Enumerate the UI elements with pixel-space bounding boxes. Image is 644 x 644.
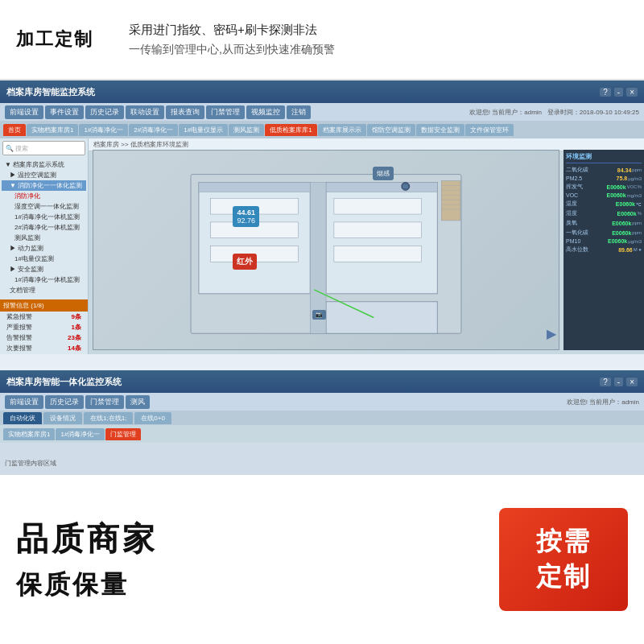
tree-item-dis1[interactable]: 1#消毒净化一体机监测 [2, 212, 86, 222]
env-water-value: 89.66 [609, 247, 633, 253]
ui-close-btn-bottom[interactable]: × [626, 378, 638, 386]
sensor-ir-text: 红外 [237, 257, 253, 266]
tree-item-humid[interactable]: 湿度空调一一体化监测 [2, 201, 86, 212]
tree-item-fire[interactable]: 消防净化 [2, 191, 86, 201]
env-co2-row: 二氧化碳 84.34 ppm [566, 166, 642, 174]
bottom-tab-device[interactable]: 设备情况 [43, 412, 82, 424]
bottom-ctab-archive[interactable]: 实物档案库房1 [3, 428, 55, 440]
ui-content-top: 🔍 搜索 ▼ 档案库房监示系统 ▶ 温控空调监测 ▼ 消防净化一一体化监测 消防… [0, 138, 644, 354]
tab-datasec[interactable]: 数据安全监测 [416, 124, 464, 136]
svg-rect-5 [326, 302, 437, 334]
nav-user-info: 欢迎您! 当前用户：admin 登录时间：2018-09-10 10:49:25 [469, 108, 639, 117]
env-pm25-value: 75.8 [603, 175, 627, 181]
alarm-warning-count: 23条 [68, 333, 81, 342]
tab-home[interactable]: 首页 [3, 124, 26, 136]
env-voc1-unit: VOC% [627, 184, 642, 189]
env-temp-label: 温度 [566, 200, 611, 208]
top-banner-left: 加工定制 [16, 27, 113, 52]
env-humid-label: 湿度 [566, 209, 613, 217]
bottom-tab-online1[interactable]: 在线1;在线1; [84, 412, 133, 424]
env-temp-unit: ℃ [636, 201, 642, 207]
ui-minimize-btn[interactable]: - [614, 88, 623, 97]
env-co-label: 一氧化碳 [566, 229, 607, 237]
bottom-nav-history[interactable]: 历史记录 [45, 395, 84, 409]
tree-item-secmon[interactable]: 1#消毒净化一体机监测 [2, 275, 86, 285]
svg-rect-4 [326, 183, 437, 192]
bottom-nav-wind[interactable]: 测风 [126, 395, 150, 409]
bottom-banner: 品质商家 保质保量 按需 定制 [0, 475, 644, 644]
top-banner: 加工定制 采用进门指纹、密码+刷卡探测非法 一传输到管理中心,从而达到快速准确预… [0, 0, 644, 80]
scroll-arrow-right[interactable]: ▶ [547, 326, 556, 341]
env-pm10-unit: μg/m3 [628, 239, 642, 244]
env-water-label: 高水位数 [566, 246, 609, 254]
nav-item-event[interactable]: 事件设置 [45, 105, 84, 119]
env-temp-row: 温度 E0060k ℃ [566, 200, 642, 208]
env-co2-value: 84.34 [607, 167, 631, 173]
badge-line1: 按需 [523, 524, 604, 559]
nav-item-linkage[interactable]: 联动设置 [126, 105, 164, 119]
camera-icon-bottom: 📷 [312, 310, 326, 320]
tab-archive1[interactable]: 实物档案库房1 [27, 124, 78, 136]
bottom-nav-door[interactable]: 门禁管理 [85, 395, 124, 409]
env-pm25-label: PM2.5 [566, 175, 603, 181]
sensor-smoke-text: 烟感 [377, 170, 390, 177]
env-ozone-value: E0060k [607, 221, 631, 226]
sensor-ir: 红外 [233, 254, 257, 270]
tree-item-dis2[interactable]: 2#消毒净化一体机监测 [2, 222, 86, 233]
ui-close-btn[interactable]: × [626, 88, 638, 97]
env-humid-unit: % [638, 211, 642, 216]
nav-item-logout[interactable]: 注销 [287, 105, 311, 119]
env-humid-value: E0060k [613, 211, 637, 217]
tab-ac[interactable]: 馆防空调监测 [367, 124, 415, 136]
nav-item-report[interactable]: 报表查询 [166, 105, 204, 119]
tab-fileroom[interactable]: 文件保管室环 [465, 124, 514, 136]
env-water-unit: M ● [634, 247, 642, 252]
nav-item-history[interactable]: 历史记录 [85, 105, 124, 119]
tab-elec[interactable]: 1#电量仪显示 [179, 124, 228, 136]
env-pm25-unit: μg/m3 [628, 176, 642, 181]
tree-item-power[interactable]: ▶ 动力监测 [2, 243, 86, 254]
ui-help-btn[interactable]: ? [600, 88, 611, 97]
env-pm10-value: E0060k [603, 238, 627, 244]
tree-item-windmon[interactable]: 测风监测 [2, 233, 86, 243]
badge-line2: 定制 [523, 559, 604, 595]
ui-topnav-bottom: 前端设置 历史记录 门禁管理 测风 欢迎您! 当前用户：admin [0, 393, 644, 411]
tree-item-ac[interactable]: ▶ 温控空调监测 [2, 170, 86, 180]
bottom-ctab-disinfect[interactable]: 1#消毒净化一 [56, 428, 105, 440]
bottom-tab-auto[interactable]: 自动化状 [3, 412, 42, 424]
ui-minimize-btn-bottom[interactable]: - [614, 378, 623, 386]
tree-item-filemgmt[interactable]: 文档管理 [2, 285, 86, 295]
tab-disinfect2[interactable]: 2#消毒净化一 [129, 124, 178, 136]
bottom-nav-user: 欢迎您! 当前用户：admin [567, 398, 639, 407]
alarm-minor-count: 14条 [68, 344, 81, 353]
tab-wind[interactable]: 测风监测 [229, 124, 264, 136]
tree-item-root[interactable]: ▼ 档案库房监示系统 [2, 159, 86, 170]
nav-item-front[interactable]: 前端设置 [5, 105, 43, 119]
alarm-urgent-count: 9条 [72, 312, 81, 321]
tab-archivedisp[interactable]: 档案库展示示 [318, 124, 366, 136]
env-voc1-label: 挥发气 [566, 183, 602, 191]
tree-item-elecmon[interactable]: 1#电量仪监测 [2, 254, 86, 264]
top-banner-text1: 采用进门指纹、密码+刷卡探测非法 [129, 23, 628, 38]
bottom-nav-front[interactable]: 前端设置 [5, 395, 43, 409]
env-co-row: 一氧化碳 E0060k ppm [566, 229, 642, 237]
bottom-ctab-door[interactable]: 门监管理 [105, 428, 141, 440]
bottom-banner-main-text: 品质商家 [16, 517, 499, 561]
svg-rect-7 [441, 181, 460, 221]
top-banner-title: 加工定制 [16, 27, 113, 52]
tab-disinfect1[interactable]: 1#消毒净化一 [79, 124, 128, 136]
nav-item-video[interactable]: 视频监控 [246, 105, 285, 119]
env-voc1-value: E0060k [602, 184, 626, 190]
ui-help-btn-bottom[interactable]: ? [600, 378, 611, 386]
alarm-row-minor: 次要报警 14条 [0, 343, 88, 353]
alarm-severe-label: 严重报警 [6, 323, 32, 332]
ui-panel-bottom: 档案库房智能一体化监控系统 ? - × 前端设置 历史记录 门禁管理 测风 欢迎… [0, 370, 644, 475]
sidebar-search[interactable]: 🔍 搜索 [2, 141, 85, 155]
tree-item-disinfect[interactable]: ▼ 消防净化一一体化监测 [2, 180, 86, 191]
tab-lowquality[interactable]: 低质检案库库1 [265, 124, 316, 136]
env-ozone-label: 臭氧 [566, 219, 607, 227]
nav-item-door[interactable]: 门禁管理 [206, 105, 245, 119]
alarm-row-urgent: 紧急报警 9条 [0, 312, 88, 322]
bottom-tab-online2[interactable]: 在线0+0 [134, 412, 171, 424]
tree-item-security[interactable]: ▶ 安全监测 [2, 264, 86, 275]
